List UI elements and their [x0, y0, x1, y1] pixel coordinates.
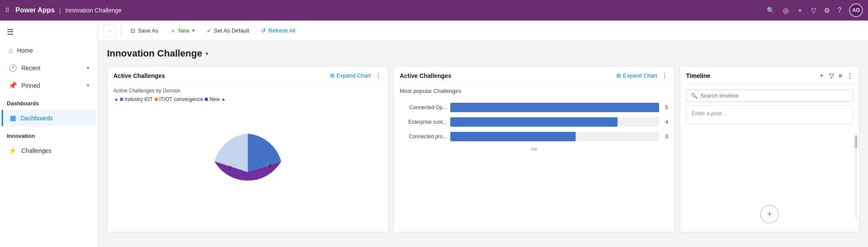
- search-icon[interactable]: 🔍: [767, 6, 775, 15]
- timeline-view-icon[interactable]: ≡: [838, 72, 842, 79]
- chart-2-header-right: ⊞ Expand Chart ⋮: [616, 71, 669, 80]
- timeline-more-icon[interactable]: ⋮: [847, 72, 853, 80]
- bar-row-3: Connected pro... 3: [400, 132, 668, 141]
- sidebar-item-recent[interactable]: 🕐 Recent ▾: [2, 60, 96, 76]
- grid-icon[interactable]: ⠿: [5, 7, 9, 14]
- page-area: Innovation Challenge ▾ Active Challenges…: [98, 41, 868, 247]
- avatar[interactable]: AO: [849, 3, 863, 17]
- add-circle-icon: +: [767, 208, 773, 220]
- bar-value-2: 4: [665, 119, 668, 125]
- sidebar-section-innovation: Innovation: [0, 127, 98, 142]
- sidebar-section-dashboards: Dashboards: [0, 94, 98, 109]
- timeline-post-area[interactable]: Enter a post...: [686, 105, 853, 124]
- bar-outer-2: [450, 117, 659, 127]
- bar-value-1: 5: [665, 104, 668, 110]
- page-title: Innovation Challenge: [107, 48, 202, 59]
- chart-1-legend: ◄ Industry IOT IT/OT convergence: [113, 96, 382, 102]
- bar-outer-1: [450, 103, 659, 112]
- hamburger-button[interactable]: ☰: [0, 22, 98, 42]
- legend-prev-button[interactable]: ◄: [113, 97, 118, 102]
- dropdown-icon: ▾: [192, 28, 195, 33]
- bar-fill-2: [450, 117, 618, 127]
- back-button[interactable]: ←: [104, 24, 116, 37]
- bar-fill-3: [450, 132, 576, 141]
- bar-fill-1: [450, 103, 659, 112]
- top-nav-right: 🔍 ◎ ＋ ▽ ⚙ ? AO: [767, 3, 863, 17]
- legend-label-3: New: [209, 96, 220, 102]
- timeline-filter-icon[interactable]: ▽: [829, 72, 834, 80]
- timeline-title: Timeline: [686, 72, 816, 79]
- brand: Power Apps: [15, 6, 55, 14]
- new-button[interactable]: ＋ New ▾: [165, 24, 200, 37]
- post-placeholder: Enter a post...: [692, 110, 726, 116]
- chart-2-expand-button[interactable]: ⊞ Expand Chart: [616, 72, 657, 79]
- timeline-scrollbar[interactable]: [855, 135, 857, 218]
- timeline-add-circle-button[interactable]: +: [760, 205, 779, 223]
- filter-icon[interactable]: ▽: [811, 6, 816, 15]
- sidebar-item-label: Home: [17, 47, 33, 54]
- pin-icon: 📌: [9, 81, 17, 89]
- svg-text:2: 2: [229, 165, 232, 171]
- sidebar-item-pinned[interactable]: 📌 Pinned ▾: [2, 77, 96, 94]
- sidebar-item-home[interactable]: ⌂ Home: [2, 42, 96, 59]
- check-icon: ✓: [207, 27, 211, 34]
- legend-item-1: Industry IOT: [120, 96, 153, 102]
- expand-icon: ⊞: [330, 72, 335, 79]
- legend-label-2: IT/OT convergence: [159, 96, 203, 102]
- chart-card-2-header: Active Challenges ⊞ Expand Chart ⋮: [394, 66, 674, 83]
- chevron-down-icon: ▾: [87, 65, 89, 71]
- timeline-search-box[interactable]: 🔍: [686, 89, 853, 102]
- legend-dot-1: [120, 98, 123, 101]
- challenges-icon: ⚡: [9, 146, 17, 155]
- chart-card-2-body: Most popular Challenges Connected Op... …: [394, 83, 674, 232]
- chart-2-subtitle: Most popular Challenges: [400, 88, 668, 94]
- page-title-chevron-icon[interactable]: ▾: [205, 50, 208, 57]
- legend-item-3: New: [205, 96, 220, 102]
- timeline-add-icon[interactable]: ＋: [818, 71, 825, 80]
- expand-icon: ⊞: [616, 72, 621, 79]
- legend-dot-2: [155, 98, 158, 101]
- sidebar-item-label: Recent: [21, 65, 40, 71]
- legend-next-button[interactable]: ►: [221, 97, 226, 102]
- sidebar-item-label: Pinned: [21, 82, 40, 89]
- settings-icon[interactable]: ⚙: [824, 6, 830, 15]
- legend-label-1: Industry IOT: [125, 96, 153, 102]
- chart-card-2: Active Challenges ⊞ Expand Chart ⋮ Most …: [393, 66, 675, 232]
- set-as-default-button[interactable]: ✓ Set As Default: [202, 25, 254, 36]
- bar-x-axis-label: me: [400, 146, 668, 152]
- chart-card-1-body: Active Challenges by Domain ◄ Industry I…: [107, 83, 388, 232]
- chart-2-more-button[interactable]: ⋮: [661, 71, 668, 80]
- nav-divider: |: [59, 6, 61, 15]
- chart-1-more-button[interactable]: ⋮: [375, 71, 382, 80]
- search-timeline-input[interactable]: [700, 92, 848, 99]
- new-icon: ＋: [170, 27, 176, 35]
- legend-item-2: IT/OT convergence: [155, 96, 203, 102]
- timeline-header-icons: ＋ ▽ ≡ ⋮: [818, 71, 853, 80]
- chart-1-header-right: ⊞ Expand Chart ⋮: [330, 71, 382, 80]
- help-icon[interactable]: ?: [838, 6, 841, 14]
- bar-row-2: Enterprise sust... 4: [400, 117, 668, 127]
- add-icon[interactable]: ＋: [797, 6, 803, 15]
- sidebar-item-dashboards[interactable]: ▦ Dashboards: [2, 110, 96, 126]
- toolbar-separator: [121, 25, 121, 37]
- sidebar-item-challenges[interactable]: ⚡ Challenges: [2, 142, 96, 159]
- save-as-button[interactable]: ⊡ Save As: [125, 25, 163, 36]
- bookmark-icon[interactable]: ◎: [783, 6, 789, 15]
- chart-card-1: Active Challenges ⊞ Expand Chart ⋮ Activ…: [107, 66, 388, 232]
- refresh-all-button[interactable]: ↺ Refresh All: [256, 25, 300, 36]
- chart-1-expand-button[interactable]: ⊞ Expand Chart: [330, 72, 371, 79]
- timeline-panel: Timeline ＋ ▽ ≡ ⋮ 🔍 Enter a post...: [680, 66, 859, 232]
- chevron-down-icon: ▾: [87, 83, 89, 88]
- page-title-row: Innovation Challenge ▾: [107, 48, 859, 59]
- home-icon: ⌂: [9, 47, 13, 54]
- bar-chart-area: Connected Op... 5 Enterprise sust...: [400, 99, 668, 155]
- svg-text:3: 3: [268, 163, 271, 169]
- legend-dot-3: [205, 98, 208, 101]
- save-as-icon: ⊡: [131, 27, 135, 34]
- sidebar: ☰ ⌂ Home 🕐 Recent ▾ 📌 Pinned ▾ Dashboard…: [0, 21, 98, 247]
- nav-page-title: Innovation Challenge: [65, 7, 122, 14]
- pie-chart-svg: 2 3: [205, 112, 291, 185]
- toolbar: ← ⊡ Save As ＋ New ▾ ✓ Set As Default ↺ R…: [98, 21, 868, 41]
- chart-card-1-header: Active Challenges ⊞ Expand Chart ⋮: [107, 66, 388, 83]
- bar-label-1: Connected Op...: [400, 104, 447, 110]
